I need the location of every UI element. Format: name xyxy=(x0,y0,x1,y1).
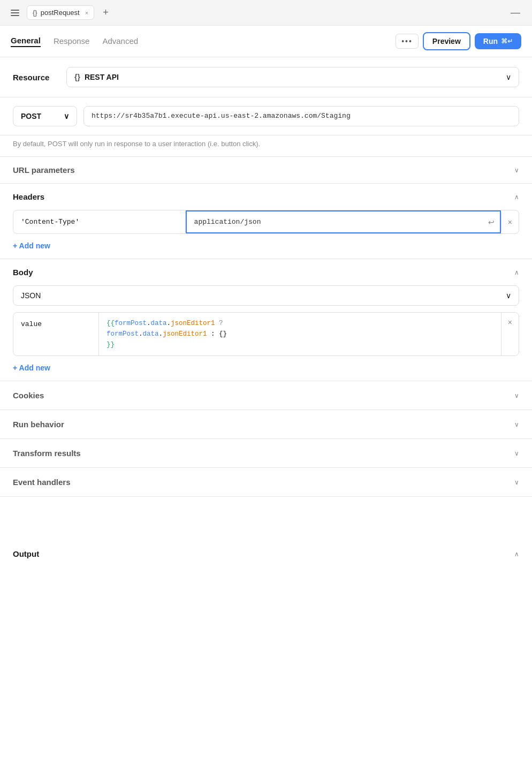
code-formpost1: formPost xyxy=(115,320,147,327)
resource-selector[interactable]: {} REST API ∨ xyxy=(66,67,519,87)
run-button[interactable]: Run ⌘↵ xyxy=(475,33,521,49)
event-handlers-title: Event handlers xyxy=(13,478,71,487)
code-else: : {} xyxy=(207,330,227,338)
code-dot1: . xyxy=(147,320,151,327)
code-formpost2: formPost xyxy=(107,330,139,338)
tab-advanced[interactable]: Advanced xyxy=(102,36,138,47)
method-select[interactable]: POST ∨ xyxy=(13,106,77,126)
event-handlers-section[interactable]: Event handlers ∨ xyxy=(0,468,532,497)
nav-tabs: General Response Advanced ••• Preview Ru… xyxy=(0,26,532,57)
url-row: POST ∨ https://sr4b35a7b1.execute-api.us… xyxy=(0,97,532,135)
code-jsoneditor1: jsonEditor1 xyxy=(171,320,215,327)
output-title: Output xyxy=(13,549,39,558)
header-value[interactable]: application/json xyxy=(187,211,483,232)
nav-tabs-left: General Response Advanced xyxy=(11,36,138,47)
method-chevron-icon: ∨ xyxy=(64,112,69,120)
transform-results-title: Transform results xyxy=(13,449,81,458)
run-label: Run xyxy=(483,37,498,46)
title-bar-left: {} postRequest × + xyxy=(9,5,112,20)
body-row: value {{formPost.data.jsonEditor1 ? form… xyxy=(13,312,519,356)
cookies-title: Cookies xyxy=(13,391,44,400)
body-type-label: JSON xyxy=(21,291,41,300)
method-label: POST xyxy=(21,112,41,120)
url-parameters-title: URL parameters xyxy=(13,165,75,175)
tab-response[interactable]: Response xyxy=(54,36,90,47)
tab-general[interactable]: General xyxy=(11,36,41,47)
title-bar: {} postRequest × + — xyxy=(0,0,532,26)
nav-tabs-right: ••• Preview Run ⌘↵ xyxy=(396,32,521,50)
run-behavior-chevron-icon: ∨ xyxy=(514,421,519,428)
body-value[interactable]: {{formPost.data.jsonEditor1 ? formPost.d… xyxy=(99,313,501,355)
resource-curly-icon: {} xyxy=(74,73,80,81)
header-delete-icon[interactable]: × xyxy=(501,213,519,232)
resource-selector-left: {} REST API xyxy=(74,73,119,81)
url-parameters-section[interactable]: URL parameters ∨ xyxy=(0,157,532,184)
cookies-section[interactable]: Cookies ∨ xyxy=(0,381,532,410)
headers-section: Headers ∧ 'Content-Type' application/jso… xyxy=(0,184,532,259)
code-data1: data xyxy=(151,320,167,327)
resource-label: Resource xyxy=(13,73,56,82)
headers-title: Headers xyxy=(13,192,44,201)
tab-close-icon[interactable]: × xyxy=(85,10,88,16)
add-tab-button[interactable]: + xyxy=(100,6,112,19)
url-input[interactable]: https://sr4b35a7b1.execute-api.us-east-2… xyxy=(83,106,519,126)
run-shortcut: ⌘↵ xyxy=(501,37,513,45)
minimize-button[interactable]: — xyxy=(507,6,523,19)
resource-name: REST API xyxy=(85,73,119,81)
header-row: 'Content-Type' application/json ↩ × xyxy=(13,210,519,234)
headers-body: 'Content-Type' application/json ↩ × + Ad… xyxy=(0,210,532,259)
code-dot3: . xyxy=(139,330,143,338)
run-behavior-title: Run behavior xyxy=(13,420,64,429)
code-ternary: ? xyxy=(215,320,223,327)
transform-results-chevron-icon: ∨ xyxy=(514,450,519,457)
code-open-brace: {{ xyxy=(107,320,115,327)
header-key[interactable]: 'Content-Type' xyxy=(13,211,186,232)
headers-add-new-button[interactable]: + Add new xyxy=(13,239,50,252)
transform-results-section[interactable]: Transform results ∨ xyxy=(0,439,532,468)
refresh-icon[interactable]: ↩ xyxy=(483,214,500,231)
hamburger-icon[interactable] xyxy=(9,7,21,18)
code-dot2: . xyxy=(167,320,171,327)
code-dot4: . xyxy=(159,330,163,338)
body-add-new-button[interactable]: + Add new xyxy=(13,361,50,374)
code-jsoneditor2: jsonEditor1 xyxy=(163,330,207,338)
cookies-chevron-icon: ∨ xyxy=(514,392,519,399)
info-text: By default, POST will only run in respon… xyxy=(0,135,532,157)
body-key[interactable]: value xyxy=(13,313,99,355)
main-content: Resource {} REST API ∨ POST ∨ https://sr… xyxy=(0,57,532,568)
url-parameters-chevron-icon: ∨ xyxy=(514,166,519,174)
more-options-button[interactable]: ••• xyxy=(396,34,419,49)
resource-row: Resource {} REST API ∨ xyxy=(0,57,532,97)
body-title: Body xyxy=(13,268,33,277)
body-type-chevron-icon: ∨ xyxy=(506,291,511,300)
headers-header[interactable]: Headers ∧ xyxy=(0,184,532,210)
body-chevron-icon: ∧ xyxy=(514,269,519,276)
run-behavior-section[interactable]: Run behavior ∨ xyxy=(0,410,532,439)
tab-item[interactable]: {} postRequest × xyxy=(27,5,94,20)
body-delete-icon[interactable]: × xyxy=(501,313,519,355)
curly-brace-icon: {} xyxy=(33,9,37,17)
code-data2: data xyxy=(143,330,159,338)
body-inner: JSON ∨ value {{formPost.data.jsonEditor1… xyxy=(0,285,532,381)
body-header[interactable]: Body ∧ xyxy=(0,259,532,285)
output-chevron-icon: ∧ xyxy=(514,550,519,558)
body-section: Body ∧ JSON ∨ value {{formPost.data.json… xyxy=(0,259,532,381)
tab-name: postRequest xyxy=(41,9,80,17)
body-type-select[interactable]: JSON ∨ xyxy=(13,285,519,306)
headers-chevron-icon: ∧ xyxy=(514,193,519,201)
preview-button[interactable]: Preview xyxy=(423,32,470,50)
output-section[interactable]: Output ∧ xyxy=(0,540,532,568)
event-handlers-chevron-icon: ∨ xyxy=(514,479,519,486)
resource-chevron-icon: ∨ xyxy=(506,73,511,81)
header-value-container: application/json ↩ xyxy=(186,210,501,233)
code-close-brace: }} xyxy=(107,341,115,349)
